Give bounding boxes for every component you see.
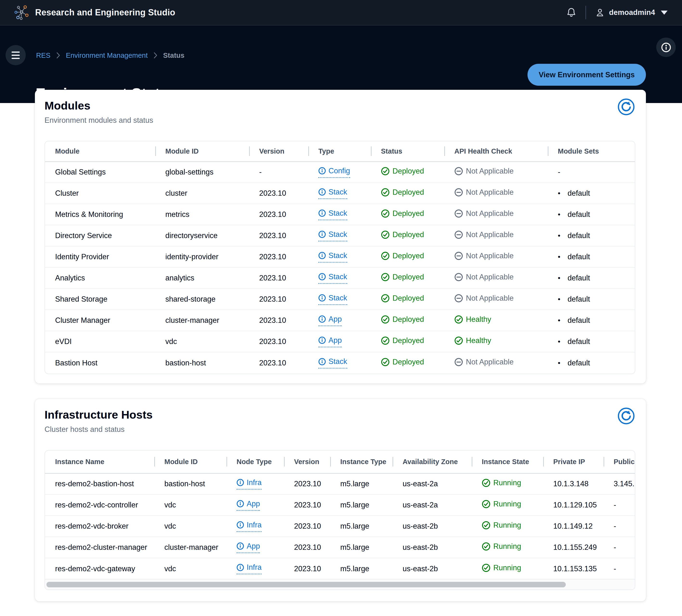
cell-module-id: vdc [154,558,226,579]
refresh-icon [617,407,635,425]
cell-text: Metrics & Monitoring [55,210,123,219]
header-row: ModuleModule IDVersionTypeStatusAPI Heal… [45,141,635,161]
stack-info-link[interactable]: Stack [318,294,347,305]
info-icon [318,252,326,259]
refresh-modules-button[interactable] [617,98,635,115]
stack-info-link[interactable]: Stack [318,188,347,199]
cell-module: Global Settings [45,161,155,183]
success-check-icon [381,315,390,324]
status-indicator: Healthy [454,315,491,324]
cell-text: 2023.10 [259,210,286,219]
config-info-link[interactable]: Config [318,167,350,178]
infra-info-link[interactable]: Infra [236,478,262,490]
module-set-item: •default [558,337,590,346]
horizontal-scrollbar[interactable] [45,579,635,590]
app-info-link[interactable]: App [318,336,342,347]
cell-text: vdc [164,522,176,530]
breadcrumb-environment-management[interactable]: Environment Management [66,51,148,60]
view-environment-settings-button[interactable]: View Environment Settings [527,64,646,86]
column-header-private-ip: Private IP [543,450,604,473]
infra-info-link[interactable]: Infra [236,521,262,532]
cell-text: Directory Service [55,231,112,240]
stack-info-link[interactable]: Stack [318,230,347,241]
breadcrumb-res[interactable]: RES [36,51,50,60]
infra-info-link[interactable]: Infra [236,563,262,574]
status-indicator: Deployed [381,336,424,345]
cell-availability-zone: us-east-2a [392,494,472,515]
cell-public-ip: - [604,558,635,579]
success-check-icon [482,542,491,551]
column-header-instance-type: Instance Type [330,450,392,473]
cell-node-type: Infra [226,558,284,579]
cell-module-id: cluster [155,183,249,204]
cell-version: 2023.10 [249,310,308,331]
user-icon [595,7,605,18]
cell-text: 2023.10 [259,316,286,325]
app-info-link[interactable]: App [236,500,260,511]
cell-status: Deployed [371,352,444,373]
stack-info-link[interactable]: Stack [318,209,347,220]
module-set-item: •default [558,316,590,325]
table-row: Identity Provideridentity-provider2023.1… [45,246,635,267]
cell-status: Deployed [371,289,444,310]
hosts-card-title: Infrastructure Hosts [45,408,636,421]
cell-module-id: vdc [154,494,226,515]
cell-text: vdc [164,501,176,509]
cell-instance-state: Running [472,537,543,558]
refresh-hosts-button[interactable] [617,407,635,425]
cell-text: res-demo2-vdc-gateway [55,565,135,573]
column-header-node-type: Node Type [226,450,284,473]
cell-api-health-check: Not Applicable [444,352,548,373]
cell-api-health-check: Not Applicable [444,161,548,183]
cell-text: - [614,522,616,530]
hosts-table-viewport: Instance NameModule IDNode TypeVersionIn… [45,450,635,579]
status-indicator: Not Applicable [454,188,514,197]
hosts-table: Instance NameModule IDNode TypeVersionIn… [45,450,635,579]
not-applicable-icon [454,251,463,260]
stack-info-link[interactable]: Stack [318,251,347,263]
table-row: Metrics & Monitoringmetrics2023.10StackD… [45,204,635,225]
app-info-link[interactable]: App [318,315,342,326]
empty-value: - [558,168,560,176]
stack-info-link[interactable]: Stack [318,272,347,284]
module-set-item: •default [558,252,590,261]
cell-module-id: cluster-manager [155,310,249,331]
info-panel-button[interactable] [656,38,676,57]
cell-text: Cluster Manager [55,316,110,325]
cell-text: cluster-manager [165,316,219,325]
cell-module-sets: •default [548,246,635,267]
cell-api-health-check: Not Applicable [444,204,548,225]
cell-public-ip: - [604,537,635,558]
success-check-icon [381,188,390,197]
cell-text: Shared Storage [55,295,107,303]
success-check-icon [381,251,390,260]
hosts-card-subtitle: Cluster hosts and status [45,425,636,434]
cell-module-id: shared-storage [155,289,249,310]
cell-private-ip: 10.1.149.12 [543,515,604,537]
info-icon [318,188,326,196]
cell-text: m5.large [340,501,369,509]
scrollbar-thumb[interactable] [46,582,566,587]
cell-text: 2023.10 [294,543,321,551]
cell-text: res-demo2-bastion-host [55,480,134,488]
hamburger-menu-button[interactable] [5,45,26,65]
cell-version: 2023.10 [249,267,308,289]
stack-info-link[interactable]: Stack [318,357,347,369]
cell-availability-zone: us-east-2b [392,537,472,558]
cell-text: bastion-host [165,359,206,367]
notifications-bell-icon[interactable] [566,7,577,18]
cell-status: Deployed [371,267,444,289]
chevron-right-icon [154,52,157,59]
app-info-link[interactable]: App [236,542,260,553]
cell-version: 2023.10 [249,246,308,267]
cell-version: 2023.10 [284,558,330,579]
app-logo-icon [14,5,29,20]
cell-text: 2023.10 [294,565,321,573]
cell-text: eVDI [55,337,72,346]
cell-text: us-east-2b [403,522,438,530]
user-menu-button[interactable]: demoadmin4 [595,7,667,18]
cell-text: 2023.10 [259,274,286,282]
cell-version: 2023.10 [249,352,308,373]
cell-instance-state: Running [472,558,543,579]
cell-instance-name: res-demo2-cluster-manager [45,537,154,558]
